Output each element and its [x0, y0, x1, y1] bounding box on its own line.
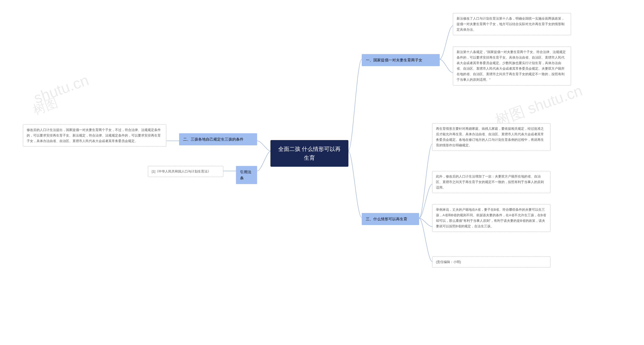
connector: [439, 25, 454, 60]
detail-node-3-4: (责任编辑：小明): [432, 256, 550, 268]
detail-node-1-2: 新法第十八条规定，"国家提倡一对夫妻生育两个子女。符合法律、法规规定条件的，可以…: [453, 47, 571, 85]
watermark: 树图: [31, 94, 60, 119]
detail-node-3-2: 此外，修改后的人口计生法增加了一款：夫妻双方户籍所在地的省、自治区、直辖市之间关…: [432, 171, 550, 193]
connector: [419, 218, 433, 263]
detail-node-3-1: 再生育情形主要针对再婚家庭、病残儿家庭，要依据相关规定，经过批准之后才能允许再生…: [432, 123, 550, 151]
connector: [419, 184, 433, 219]
center-title-line1: 全面二孩 什么情形可以再: [275, 145, 343, 153]
topic-node-2: 二、三孩各地自己规定生三孩的条件: [179, 133, 257, 145]
topic-node-3: 三、什么情形可以再生育: [362, 213, 419, 225]
connector: [223, 170, 237, 172]
connector: [439, 59, 454, 74]
watermark: shutu.cn: [31, 71, 91, 107]
mindmap-center: 全面二孩 什么情形可以再 生育: [270, 140, 348, 167]
connector: [348, 151, 363, 219]
detail-node-2: 修改后的人口计生法提出，国家提倡一对夫妻生育两个子女，不过，符合法律、法规规定条…: [23, 124, 166, 147]
detail-node-3-3: 举例来说，丈夫的户籍地在A省，妻子在B省。符合哪些条件的夫妻可以生三孩，A省和B…: [432, 204, 550, 232]
connector: [419, 218, 433, 228]
connector: [257, 151, 272, 172]
connector: [257, 140, 272, 152]
center-title-line2: 生育: [275, 153, 343, 162]
topic-node-ref: 引用法条: [236, 166, 257, 184]
detail-node-1-1: 新法修改了人口与计划生育法第十八条，明确全国统一实施全面两孩政策，提倡一对夫妻生…: [453, 13, 571, 35]
connector: [348, 59, 363, 152]
connector: [166, 140, 180, 145]
topic-node-1: 一、国家提倡一对夫妻生育两子女: [362, 54, 440, 66]
detail-node-ref: [1]《中华人民共和国人口与计划生育法》: [148, 166, 223, 177]
connector: [419, 143, 433, 219]
